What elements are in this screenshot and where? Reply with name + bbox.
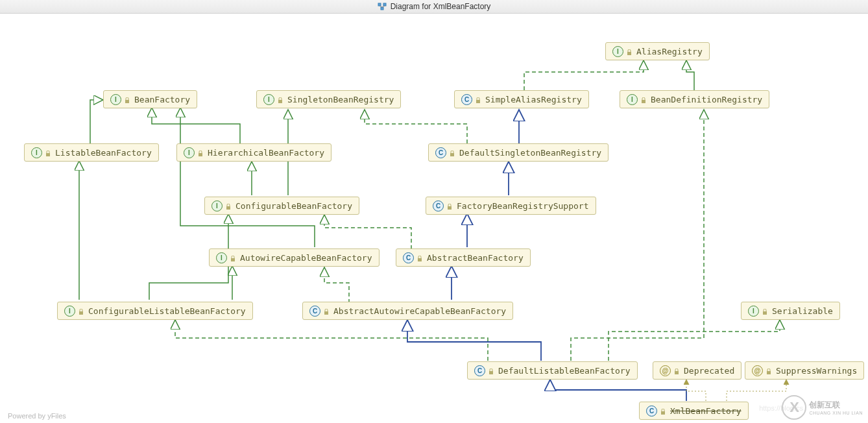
- interface-icon: I: [748, 306, 759, 317]
- svg-rect-5: [278, 100, 282, 103]
- node-default-listable-bean-factory[interactable]: C DefaultListableBeanFactory: [467, 361, 638, 380]
- lock-icon: [766, 367, 772, 374]
- interface-icon: I: [216, 252, 227, 263]
- node-deprecated[interactable]: @ Deprecated: [653, 361, 741, 380]
- svg-rect-1: [383, 3, 386, 6]
- lock-icon: [640, 96, 647, 103]
- node-label: SuppressWarnings: [776, 366, 857, 376]
- lock-icon: [230, 254, 236, 261]
- svg-rect-19: [675, 371, 679, 374]
- interface-icon: I: [31, 147, 42, 158]
- lock-icon: [660, 407, 666, 414]
- node-label: Serializable: [772, 306, 833, 316]
- node-label: BeanDefinitionRegistry: [651, 95, 762, 104]
- node-simple-alias-registry[interactable]: C SimpleAliasRegistry: [454, 90, 589, 108]
- node-bean-definition-registry[interactable]: I BeanDefinitionRegistry: [620, 90, 769, 108]
- node-label: AutowireCapableBeanFactory: [240, 253, 372, 263]
- svg-rect-14: [418, 258, 422, 261]
- node-suppress-warnings[interactable]: @ SuppressWarnings: [745, 361, 864, 380]
- diagram-icon: [378, 3, 387, 10]
- svg-rect-4: [125, 100, 129, 103]
- lock-icon: [626, 48, 633, 54]
- node-serializable[interactable]: I Serializable: [741, 302, 840, 320]
- node-label: SingletonBeanRegistry: [287, 95, 394, 104]
- node-abstract-autowire-capable-bean-factory[interactable]: C AbstractAutowireCapableBeanFactory: [302, 302, 513, 320]
- lock-icon: [124, 96, 130, 103]
- footer-powered-by: Powered by yFiles: [8, 412, 66, 420]
- class-icon: C: [474, 365, 485, 376]
- node-listable-bean-factory[interactable]: I ListableBeanFactory: [24, 143, 159, 162]
- svg-rect-16: [324, 311, 328, 315]
- node-configurable-listable-bean-factory[interactable]: I ConfigurableListableBeanFactory: [57, 302, 253, 320]
- svg-rect-13: [231, 258, 235, 261]
- node-label: BeanFactory: [134, 95, 190, 104]
- node-factory-bean-registry-support[interactable]: C FactoryBeanRegistrySupport: [426, 197, 596, 215]
- node-label: AbstractBeanFactory: [427, 253, 524, 263]
- class-icon: C: [435, 147, 446, 158]
- svg-rect-17: [763, 311, 767, 315]
- interface-icon: I: [64, 306, 75, 317]
- svg-rect-15: [79, 311, 83, 315]
- interface-icon: I: [263, 94, 274, 105]
- lock-icon: [446, 202, 453, 209]
- class-icon: C: [461, 94, 472, 105]
- interface-icon: I: [612, 46, 623, 57]
- node-label: HierarchicalBeanFactory: [208, 148, 324, 158]
- svg-rect-3: [627, 52, 631, 55]
- svg-rect-0: [378, 3, 381, 6]
- class-icon: C: [403, 252, 414, 263]
- node-configurable-bean-factory[interactable]: I ConfigurableBeanFactory: [204, 197, 359, 215]
- interface-icon: I: [110, 94, 121, 105]
- node-singleton-bean-registry[interactable]: I SingletonBeanRegistry: [256, 90, 401, 108]
- svg-rect-10: [450, 153, 454, 156]
- node-label: ConfigurableBeanFactory: [235, 201, 352, 211]
- svg-rect-2: [381, 7, 383, 10]
- svg-rect-11: [226, 206, 230, 210]
- node-label: ListableBeanFactory: [55, 148, 152, 158]
- node-label: DefaultSingletonBeanRegistry: [459, 148, 601, 158]
- svg-rect-6: [476, 100, 480, 103]
- node-autowire-capable-bean-factory[interactable]: I AutowireCapableBeanFactory: [209, 248, 380, 267]
- lock-icon: [449, 149, 455, 156]
- svg-rect-8: [46, 153, 50, 156]
- svg-rect-20: [767, 371, 771, 374]
- node-label: DefaultListableBeanFactory: [498, 366, 631, 376]
- diagram-canvas[interactable]: I AliasRegistry I BeanFactory I Singleto…: [0, 14, 868, 423]
- lock-icon: [45, 149, 51, 156]
- node-label: ConfigurableListableBeanFactory: [88, 306, 246, 316]
- svg-rect-21: [661, 411, 665, 415]
- interface-icon: I: [211, 200, 223, 212]
- node-label: AbstractAutowireCapableBeanFactory: [333, 306, 506, 316]
- lock-icon: [78, 308, 84, 314]
- lock-icon: [475, 96, 481, 103]
- node-default-singleton-bean-registry[interactable]: C DefaultSingletonBeanRegistry: [428, 143, 609, 162]
- node-hierarchical-bean-factory[interactable]: I HierarchicalBeanFactory: [176, 143, 332, 162]
- node-bean-factory[interactable]: I BeanFactory: [103, 90, 197, 108]
- svg-rect-9: [199, 153, 202, 156]
- brand-logo: X 创新互联 CHUANG XIN HU LIAN: [782, 395, 863, 420]
- svg-rect-18: [489, 371, 493, 374]
- brand-name: 创新互联: [809, 400, 863, 411]
- lock-icon: [416, 254, 423, 261]
- node-label: Deprecated: [684, 366, 734, 376]
- lock-icon: [488, 367, 494, 374]
- node-label: AliasRegistry: [636, 47, 703, 56]
- lock-icon: [197, 149, 204, 156]
- annotation-icon: @: [752, 365, 763, 376]
- node-label: FactoryBeanRegistrySupport: [457, 201, 589, 211]
- node-abstract-bean-factory[interactable]: C AbstractBeanFactory: [396, 248, 531, 267]
- node-label: SimpleAliasRegistry: [485, 95, 582, 104]
- lock-icon: [673, 367, 680, 374]
- class-icon: C: [646, 405, 657, 417]
- node-label: XmlBeanFactory: [670, 406, 741, 416]
- node-alias-registry[interactable]: I AliasRegistry: [605, 42, 710, 60]
- class-icon: C: [433, 200, 444, 212]
- lock-icon: [323, 308, 330, 314]
- lock-icon: [277, 96, 283, 103]
- brand-logo-icon: X: [782, 395, 806, 420]
- interface-icon: I: [184, 147, 195, 158]
- brand-sub: CHUANG XIN HU LIAN: [809, 411, 863, 415]
- window-title: Diagram for XmlBeanFactory: [391, 2, 491, 11]
- node-xml-bean-factory[interactable]: C XmlBeanFactory: [639, 402, 749, 420]
- window-titlebar: Diagram for XmlBeanFactory: [0, 0, 868, 14]
